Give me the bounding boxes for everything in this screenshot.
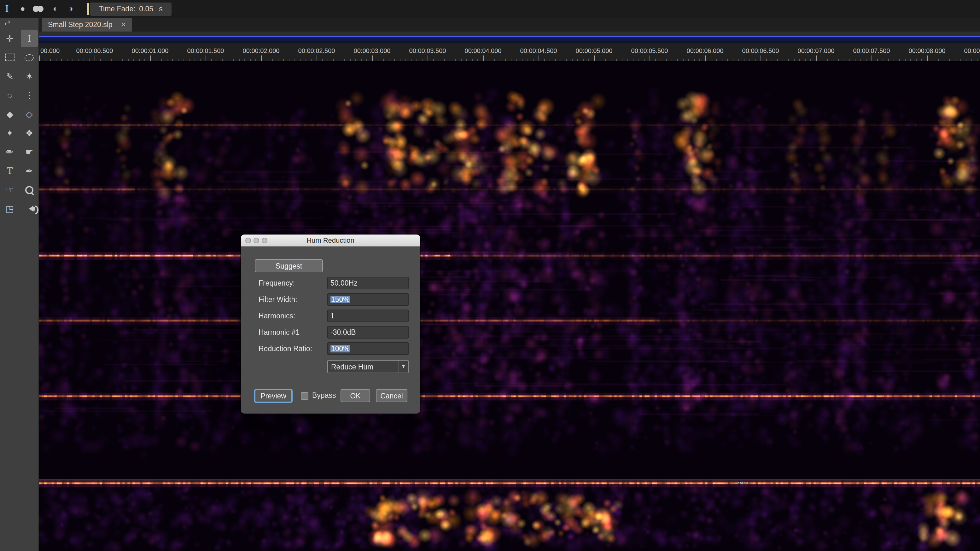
tool-text-cursor[interactable]: I: [21, 30, 38, 47]
tab-close-icon[interactable]: ×: [121, 20, 126, 29]
tool-eraser[interactable]: ◆: [1, 105, 18, 123]
harmonics-field[interactable]: 1: [327, 310, 409, 322]
time-fade-value[interactable]: 0.05: [139, 5, 153, 13]
mode-dropdown-value: Reduce Hum: [331, 363, 373, 370]
filter-width-value: 150%: [331, 296, 350, 303]
time-fade-label: Time Fade:: [99, 5, 135, 13]
reduction-ratio-value: 100%: [331, 345, 350, 353]
rect-select-icon: [5, 54, 14, 61]
time-fade-control[interactable]: Time Fade: 0.05 s: [90, 2, 172, 16]
tool-lasso[interactable]: [21, 49, 38, 66]
minimize-traffic-light-icon[interactable]: [253, 238, 259, 243]
tool-eyedropper[interactable]: ✒: [21, 162, 38, 179]
ruler-label: 00:00:05.000: [576, 47, 612, 54]
tool-sidebar: ⇄ ✛ I ✎ ✶ ◌ ⋮ ◆ ◇ ✦ ❖ ✏ ☛ T ✒ ☞ ◳: [0, 17, 39, 551]
preview-button[interactable]: Preview: [254, 389, 293, 403]
tool-brush[interactable]: ✏: [1, 143, 18, 161]
ok-button[interactable]: OK: [340, 389, 370, 402]
bypass-label: Bypass: [312, 389, 336, 402]
filter-width-label: Filter Width:: [259, 293, 298, 306]
tab-bar: Small Step 2020.slp ×: [39, 17, 980, 32]
mode-dropdown[interactable]: Reduce Hum ▾: [327, 360, 409, 373]
harmonic-1-field[interactable]: -30.0dB: [327, 326, 409, 338]
cube-3d-icon: ◳: [6, 204, 14, 214]
ruler-label: 00:00:08.500: [964, 47, 980, 54]
speaker-icon: [25, 205, 33, 212]
tool-cube-3d[interactable]: ◳: [1, 200, 18, 218]
spectral-editor-window: I ● ◐ ◑ Time Fade: 0.05 s ⇄ ✛ I ✎ ✶ ◌ ⋮ …: [0, 0, 980, 551]
hand-icon: ☞: [6, 185, 14, 195]
tool-hand[interactable]: ☞: [1, 181, 18, 198]
ruler-label: 00:00:02.000: [243, 47, 280, 54]
bypass-checkbox[interactable]: [301, 392, 309, 400]
tool-grid: ✛ I ✎ ✶ ◌ ⋮ ◆ ◇ ✦ ❖ ✏ ☛ T ✒ ☞ ◳: [0, 27, 38, 218]
tool-transform[interactable]: ✛: [1, 30, 18, 47]
toolbar-accent-bar: [87, 3, 89, 15]
transform-icon: ✛: [6, 33, 13, 43]
sidebar-collapse-icon[interactable]: ⇄: [0, 17, 38, 27]
dialog-titlebar[interactable]: Hum Reduction: [241, 235, 420, 246]
close-traffic-light-icon[interactable]: [245, 238, 251, 243]
selection-add-icon[interactable]: [33, 5, 45, 13]
dialog-button-row: Preview Bypass OK Cancel: [241, 389, 420, 403]
tool-speaker[interactable]: [21, 200, 38, 218]
ruler-label: 00:00:07.500: [853, 47, 890, 54]
magic-wand-icon: ✶: [25, 71, 33, 81]
ruler-label: 00:00:07.000: [798, 47, 835, 54]
clone-stamp-icon: ✦: [6, 128, 13, 138]
ruler-label: 00:00:05.500: [631, 47, 668, 54]
eyedropper-icon: ✒: [25, 166, 33, 176]
tool-dashed-select[interactable]: ◌: [1, 86, 18, 104]
tab-label: Small Step 2020.slp: [48, 21, 113, 29]
zoom-icon: [25, 186, 33, 194]
ruler-label: 00:00:04.000: [465, 47, 502, 54]
tag-icon: ❖: [25, 128, 33, 138]
spectrogram-view[interactable]: [39, 62, 980, 551]
main-area: Small Step 2020.slp × 00.000 00:00:00.50…: [39, 17, 980, 551]
ruler-label: 00.000: [40, 47, 60, 54]
selection-intersect-icon[interactable]: ◑: [63, 0, 78, 17]
top-toolbar: I ● ◐ ◑ Time Fade: 0.05 s: [0, 0, 980, 17]
tool-eraser-soft[interactable]: ◇: [21, 105, 38, 123]
selection-subtract-icon[interactable]: ◐: [48, 0, 63, 17]
dotted-line-icon: ⋮: [25, 90, 34, 100]
tool-text[interactable]: T: [1, 162, 18, 179]
tool-smudge[interactable]: ☛: [21, 143, 38, 161]
pencil-icon: ✎: [6, 71, 13, 81]
ruler-label: 00:00:01.500: [187, 47, 224, 54]
chevron-down-icon: ▾: [398, 360, 405, 373]
filter-width-field[interactable]: 150%: [327, 293, 409, 306]
text-cursor-icon[interactable]: I: [5, 0, 9, 17]
harmonic-1-value: -30.0dB: [331, 329, 356, 336]
overview-navigation-bar[interactable]: [39, 36, 980, 43]
text-cursor-tool-icon: I: [27, 33, 31, 43]
tool-dotted-line[interactable]: ⋮: [21, 86, 38, 104]
frequency-field[interactable]: 50.00Hz: [327, 277, 409, 289]
cancel-button[interactable]: Cancel: [376, 389, 407, 402]
dialog-body: Suggest Frequency: 50.00Hz Filter Width:…: [241, 246, 420, 414]
tool-zoom[interactable]: [21, 181, 38, 198]
ruler-label: 00:00:02.500: [298, 47, 335, 54]
harmonic-1-label: Harmonic #1: [259, 326, 299, 338]
tool-magic-wand[interactable]: ✶: [21, 67, 38, 85]
selection-new-icon[interactable]: ●: [15, 0, 30, 17]
tool-rect-select[interactable]: [1, 49, 18, 66]
frequency-label: Frequency:: [259, 277, 295, 289]
brush-icon: ✏: [6, 147, 13, 157]
time-fade-unit: s: [159, 5, 163, 13]
ruler-label: 00:00:08.000: [909, 47, 946, 54]
ruler-label: 00:00:03.000: [354, 47, 391, 54]
tab-small-step-2020[interactable]: Small Step 2020.slp ×: [41, 17, 132, 32]
tool-clone-stamp[interactable]: ✦: [1, 124, 18, 142]
reduction-ratio-field[interactable]: 100%: [327, 342, 409, 355]
eraser-soft-icon: ◇: [26, 109, 33, 119]
toolbar-gap-strip: [39, 32, 980, 36]
tool-tag[interactable]: ❖: [21, 124, 38, 142]
tool-pencil[interactable]: ✎: [1, 67, 18, 85]
ruler-label: 00:00:06.000: [687, 47, 724, 54]
time-ruler[interactable]: 00.000 00:00:00.500 00:00:01.000 00:00:0…: [39, 43, 980, 62]
zoom-traffic-light-icon[interactable]: [262, 238, 267, 243]
channel-resize-handle[interactable]: [738, 482, 749, 483]
suggest-button[interactable]: Suggest: [255, 259, 323, 272]
text-tool-icon: T: [7, 166, 13, 176]
